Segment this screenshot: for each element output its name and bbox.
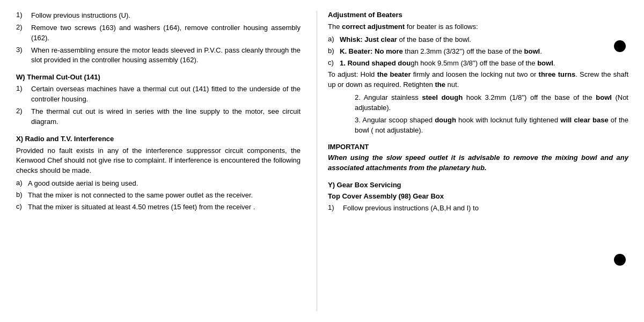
list-text: A good outside aerial is being used. [28, 179, 138, 189]
list-item: c) 1. Round shaped dough hook 9.5mm (3/8… [328, 58, 628, 69]
alpha-label: b) [328, 47, 340, 57]
list-item: 2) Remove two screws (163) and washers (… [16, 23, 301, 43]
alpha-label: a) [16, 179, 28, 189]
left-column: 1) Follow previous instructions (U). 2) … [16, 11, 317, 311]
section-x-list: a) A good outside aerial is being used. … [16, 179, 301, 213]
list-item: a) A good outside aerial is being used. [16, 179, 301, 189]
section-x-heading: X) Radio and T.V. Interference [16, 135, 301, 143]
list-num: 1) [16, 11, 31, 21]
adj-indent2: 3. Angular scoop shaped dough hook with … [328, 115, 628, 136]
list-num: 1) [328, 203, 343, 214]
intro-list: 1) Follow previous instructions (U). 2) … [16, 11, 301, 65]
adj-list: a) Whisk: Just clear of the base of the … [328, 35, 628, 69]
list-num: 3) [16, 46, 31, 66]
list-item: 1) Follow previous instructions (U). [16, 11, 301, 21]
right-column: Adjustment of Beaters The correct adjust… [317, 11, 628, 311]
list-text: That the mixer is not connected to the s… [28, 191, 253, 201]
list-text: K. Beater: No more than 2.3mm (3/32'') o… [340, 47, 542, 57]
section-w: W) Thermal Cut-Out (141) 1) Certain over… [16, 73, 301, 127]
list-text: 1. Round shaped dough hook 9.5mm (3/8'')… [340, 58, 555, 69]
section-w-heading: W) Thermal Cut-Out (141) [16, 73, 301, 81]
list-item: 2) The thermal cut out is wired in serie… [16, 107, 301, 127]
list-text: When re-assembling ensure the motor lead… [31, 46, 301, 66]
section-important: IMPORTANT When using the slow speed outl… [328, 143, 628, 173]
list-text: Follow previous instructions (A,B,H and … [343, 203, 479, 214]
section-x-intro: Provided no fault exists in any of the i… [16, 146, 301, 177]
list-num: 2) [16, 23, 31, 43]
section-y-sub-heading: Top Cover Assembly (98) Gear Box [328, 192, 628, 200]
list-item: b) K. Beater: No more than 2.3mm (3/32''… [328, 47, 628, 57]
list-text: That the mixer is situated at least 4.50… [28, 202, 255, 213]
list-text: Remove two screws (163) and washers (164… [31, 23, 301, 43]
alpha-label: b) [16, 191, 28, 201]
section-y-list: 1) Follow previous instructions (A,B,H a… [328, 203, 628, 214]
section-x: X) Radio and T.V. Interference Provided … [16, 135, 301, 213]
list-item: 1) Certain overseas machines have a ther… [16, 84, 301, 105]
adj-heading: Adjustment of Beaters [328, 11, 628, 19]
bullet-dot-bottom [614, 254, 626, 266]
list-text: Certain overseas machines have a thermal… [31, 84, 301, 105]
list-item: b) That the mixer is not connected to th… [16, 191, 301, 201]
alpha-label: c) [328, 58, 340, 69]
page-container: 1) Follow previous instructions (U). 2) … [0, 0, 644, 322]
list-item: 1) Follow previous instructions (A,B,H a… [328, 203, 628, 214]
adj-adjust-text: To adjust: Hold the beater firmly and lo… [328, 70, 628, 90]
list-num: 2) [16, 107, 31, 127]
list-text: Follow previous instructions (U). [31, 11, 130, 21]
list-text: The thermal cut out is wired in series w… [31, 107, 301, 127]
list-text: Whisk: Just clear of the base of the bow… [340, 35, 471, 45]
alpha-label: c) [16, 202, 28, 213]
section-y-heading: Y) Gear Box Servicing [328, 181, 628, 189]
list-num: 1) [16, 84, 31, 105]
intro-section: 1) Follow previous instructions (U). 2) … [16, 11, 301, 65]
alpha-label: a) [328, 35, 340, 45]
list-item: a) Whisk: Just clear of the base of the … [328, 35, 628, 45]
adj-indent1: 2. Angular stainless steel dough hook 3.… [328, 93, 628, 113]
section-w-list: 1) Certain overseas machines have a ther… [16, 84, 301, 127]
important-heading: IMPORTANT [328, 143, 628, 151]
important-text: When using the slow speed outlet it is a… [328, 153, 628, 173]
list-item: c) That the mixer is situated at least 4… [16, 202, 301, 213]
adj-intro: The correct adjustment for beater is as … [328, 22, 628, 32]
section-adjustment: Adjustment of Beaters The correct adjust… [328, 11, 628, 135]
bullet-dot-top [614, 40, 626, 52]
list-item: 3) When re-assembling ensure the motor l… [16, 46, 301, 66]
section-y: Y) Gear Box Servicing Top Cover Assembly… [328, 181, 628, 214]
